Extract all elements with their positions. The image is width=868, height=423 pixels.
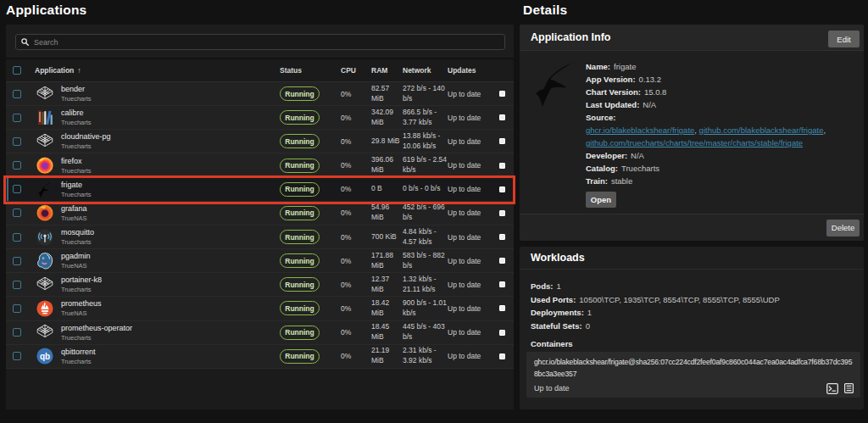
- field-label: Name:: [586, 62, 610, 71]
- table-row[interactable]: calibre Truecharts Running 0% 342.09 MiB…: [6, 106, 514, 130]
- ram-value: 18.45 MiB: [371, 322, 403, 342]
- row-checkbox[interactable]: [13, 209, 21, 217]
- column-header-network[interactable]: Network: [403, 59, 448, 81]
- update-checkbox[interactable]: [499, 234, 505, 240]
- row-checkbox[interactable]: [13, 137, 21, 146]
- table-row[interactable]: qb qbittorrent Truecharts Running 0% 21.…: [6, 345, 514, 369]
- source-link[interactable]: github.com/truecharts/charts/tree/master…: [586, 138, 803, 147]
- logs-icon[interactable]: [844, 383, 854, 393]
- field-label: Developer:: [586, 151, 627, 160]
- detail-field: Train:stable: [586, 175, 862, 187]
- network-value: 866.5 b/s - 3.77 kb/s: [403, 108, 448, 128]
- cpu-value: 0%: [341, 137, 371, 146]
- row-checkbox[interactable]: [13, 185, 21, 193]
- field-label: Stateful Sets:: [531, 321, 582, 331]
- source-link[interactable]: github.com/blakeblackshear/frigate: [699, 125, 824, 135]
- field-label: Used Ports:: [531, 295, 576, 304]
- edit-button[interactable]: Edit: [828, 31, 860, 47]
- container-image: ghcr.io/blakeblackshear/frigate@sha256:0…: [534, 356, 853, 380]
- app-catalog: Truecharts: [61, 238, 94, 246]
- column-header-application[interactable]: Application ↑: [29, 59, 280, 81]
- status-badge: Running: [280, 86, 320, 101]
- update-checkbox[interactable]: [499, 186, 505, 192]
- row-checkbox[interactable]: [13, 281, 21, 289]
- prometheus-icon: [35, 298, 55, 319]
- updates-value: Up to date: [448, 209, 493, 217]
- search-box[interactable]: [15, 34, 505, 50]
- updates-value: Up to date: [448, 185, 493, 193]
- ram-value: 396.06 MiB: [371, 155, 403, 175]
- cpu-value: 0%: [341, 209, 371, 217]
- row-checkbox[interactable]: [13, 257, 21, 265]
- detail-field: Deployments:1: [531, 306, 780, 320]
- table-row[interactable]: mosquitto Truecharts Running 0% 700 KiB …: [6, 225, 514, 249]
- field-value: 1: [587, 308, 592, 317]
- column-header-cpu[interactable]: CPU: [341, 59, 371, 81]
- update-checkbox[interactable]: [499, 163, 505, 169]
- update-checkbox[interactable]: [499, 138, 505, 144]
- table-row[interactable]: frigate Truecharts Running 0% 0 B 0 b/s …: [6, 178, 514, 202]
- column-header-updates[interactable]: Updates: [448, 59, 493, 81]
- update-checkbox[interactable]: [499, 258, 505, 264]
- pgadmin-icon: [35, 251, 55, 271]
- updates-value: Up to date: [448, 90, 493, 98]
- app-catalog: Truecharts: [61, 95, 92, 103]
- network-value: 1.32 kb/s - 21.11 kb/s: [403, 275, 448, 295]
- field-value: N/A: [643, 100, 656, 109]
- row-checkbox[interactable]: [13, 328, 21, 337]
- row-checkbox[interactable]: [13, 352, 21, 360]
- updates-value: Up to date: [448, 161, 493, 170]
- container-row[interactable]: ghcr.io/blakeblackshear/frigate@sha256:0…: [526, 352, 860, 398]
- truecharts-cube-icon: [35, 84, 55, 104]
- cpu-value: 0%: [341, 114, 371, 122]
- update-checkbox[interactable]: [499, 210, 505, 216]
- updates-value: Up to date: [448, 137, 493, 146]
- ram-value: 12.37 MiB: [371, 275, 403, 295]
- table-row[interactable]: grafana TrueNAS Running 0% 54.96 MiB 452…: [6, 202, 514, 225]
- page-title: Applications: [6, 3, 86, 18]
- source-link[interactable]: ghcr.io/blakeblackshear/frigate: [586, 125, 694, 135]
- update-checkbox[interactable]: [499, 305, 505, 311]
- table-row[interactable]: prometheus-operator Truecharts Running 0…: [6, 321, 514, 345]
- update-checkbox[interactable]: [499, 353, 505, 359]
- row-checkbox[interactable]: [13, 90, 21, 98]
- update-checkbox[interactable]: [499, 114, 505, 120]
- field-label: App Version:: [586, 75, 636, 84]
- table-row[interactable]: pgadmin TrueNAS Running 0% 171.88 MiB 58…: [6, 249, 514, 273]
- app-name: frigate: [61, 181, 92, 189]
- app-catalog: Truecharts: [61, 286, 102, 293]
- field-value: Truecharts: [621, 164, 659, 173]
- table-row[interactable]: prometheus TrueNAS Running 0% 18.42 MiB …: [6, 297, 514, 320]
- network-value: 452 b/s - 696 b/s: [403, 203, 448, 223]
- select-all-checkbox[interactable]: [13, 66, 21, 75]
- cpu-value: 0%: [341, 281, 371, 289]
- app-catalog: TrueNAS: [61, 309, 102, 317]
- update-checkbox[interactable]: [499, 91, 505, 97]
- field-label: Pods:: [531, 281, 553, 291]
- row-checkbox[interactable]: [13, 161, 21, 170]
- workloads-card: Workloads Pods:1Used Ports:10500\TCP, 19…: [520, 247, 864, 409]
- table-row[interactable]: firefox Truecharts Running 0% 396.06 MiB…: [6, 153, 514, 177]
- search-input[interactable]: [34, 38, 499, 47]
- field-value: N/A: [631, 151, 644, 160]
- update-checkbox[interactable]: [499, 281, 505, 287]
- open-button[interactable]: Open: [586, 192, 616, 208]
- row-checkbox[interactable]: [13, 233, 21, 242]
- ram-value: 54.96 MiB: [371, 203, 403, 223]
- network-value: 619 b/s - 2.54 kb/s: [403, 155, 448, 175]
- column-header-status[interactable]: Status: [280, 59, 341, 81]
- delete-button[interactable]: Delete: [826, 220, 860, 237]
- row-checkbox[interactable]: [13, 304, 21, 313]
- table-row[interactable]: cloudnative-pg Truecharts Running 0% 29.…: [6, 130, 514, 153]
- update-checkbox[interactable]: [499, 330, 505, 336]
- shell-icon[interactable]: [826, 383, 838, 394]
- source-label: Source:: [586, 111, 862, 124]
- network-value: 445 b/s - 403 b/s: [403, 322, 448, 342]
- app-catalog: Truecharts: [61, 334, 132, 342]
- detail-field: Chart Version:15.0.8: [586, 86, 862, 98]
- row-checkbox[interactable]: [13, 114, 21, 122]
- app-catalog: TrueNAS: [61, 214, 87, 222]
- column-header-ram[interactable]: RAM: [371, 59, 403, 81]
- table-row[interactable]: bender Truecharts Running 0% 82.57 MiB 2…: [6, 82, 514, 106]
- table-row[interactable]: portainer-k8 Truecharts Running 0% 12.37…: [6, 273, 514, 297]
